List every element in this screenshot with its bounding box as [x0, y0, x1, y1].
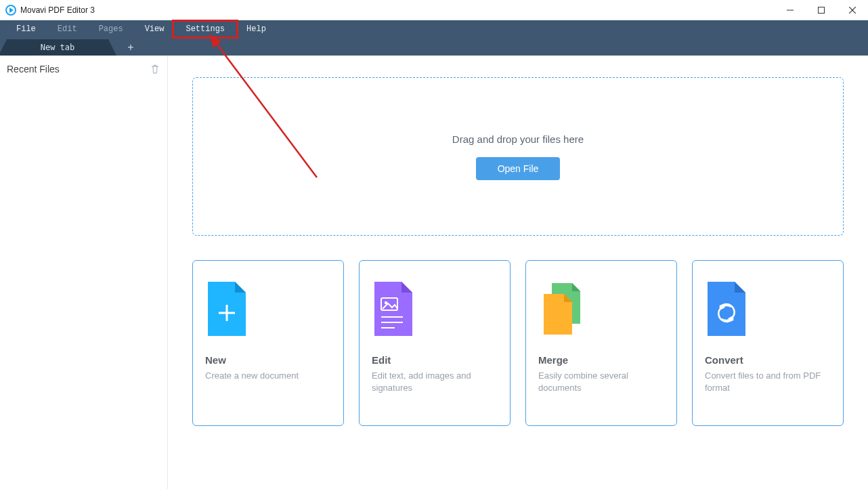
- merge-documents-icon: [538, 276, 664, 342]
- menu-settings[interactable]: Settings: [175, 22, 236, 36]
- card-title: Convert: [705, 354, 831, 366]
- menu-file[interactable]: File: [5, 22, 47, 36]
- card-merge[interactable]: Merge Easily combine several documents: [525, 260, 677, 426]
- sidebar-title: Recent Files: [7, 64, 60, 75]
- action-cards: New Create a new document: [192, 260, 844, 426]
- menubar: File Edit Pages View Settings Help: [0, 20, 868, 38]
- card-desc: Convert files to and from PDF format: [705, 370, 831, 394]
- card-convert[interactable]: Convert Convert files to and from PDF fo…: [692, 260, 844, 426]
- menu-view[interactable]: View: [134, 22, 175, 36]
- tab-new[interactable]: New tab: [7, 39, 108, 56]
- card-edit[interactable]: Edit Edit text, add images and signature…: [359, 260, 511, 426]
- dropzone[interactable]: Drag and drop your files here Open File: [192, 77, 844, 236]
- menu-help[interactable]: Help: [236, 22, 277, 36]
- svg-rect-2: [819, 7, 825, 13]
- card-title: Edit: [372, 354, 498, 366]
- main-area: Drag and drop your files here Open File …: [168, 56, 868, 489]
- app-title: Movavi PDF Editor 3: [20, 5, 95, 15]
- menu-pages[interactable]: Pages: [88, 22, 134, 36]
- plus-icon: +: [127, 41, 133, 54]
- card-new[interactable]: New Create a new document: [192, 260, 344, 426]
- convert-document-icon: [705, 276, 831, 342]
- tab-label: New tab: [41, 43, 75, 52]
- open-file-button[interactable]: Open File: [476, 157, 561, 180]
- maximize-button[interactable]: [806, 0, 837, 20]
- close-button[interactable]: [837, 0, 868, 20]
- trash-icon[interactable]: [150, 64, 160, 75]
- new-document-icon: [205, 276, 331, 342]
- card-desc: Edit text, add images and signatures: [372, 370, 498, 394]
- sidebar: Recent Files: [0, 56, 168, 489]
- dropzone-text: Drag and drop your files here: [452, 133, 584, 145]
- titlebar: Movavi PDF Editor 3: [0, 0, 868, 20]
- card-title: Merge: [538, 354, 664, 366]
- card-desc: Create a new document: [205, 370, 331, 382]
- card-title: New: [205, 354, 331, 366]
- edit-document-icon: [372, 276, 498, 342]
- card-desc: Easily combine several documents: [538, 370, 664, 394]
- new-tab-button[interactable]: +: [121, 39, 141, 56]
- minimize-button[interactable]: [775, 0, 806, 20]
- tabstrip: New tab +: [0, 38, 868, 56]
- menu-edit[interactable]: Edit: [47, 22, 88, 36]
- app-logo-icon: [5, 5, 16, 16]
